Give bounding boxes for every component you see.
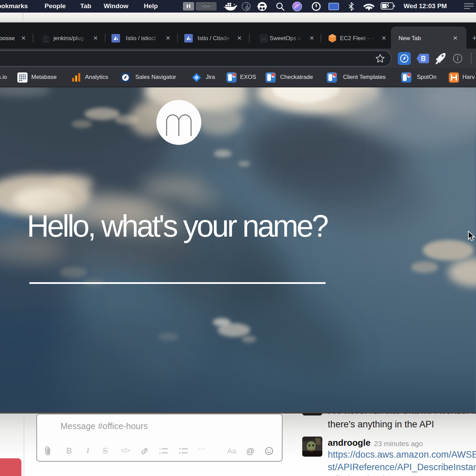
svg-text:1: 1 [159, 447, 161, 451]
svg-text:2: 2 [159, 452, 161, 455]
